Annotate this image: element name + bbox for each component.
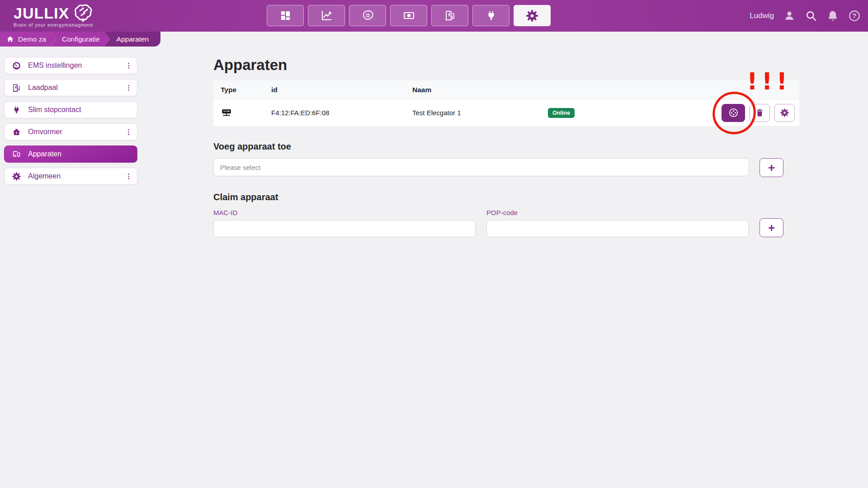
app-header: JULLIX Brain of your energymanagment <box>0 0 868 32</box>
dashboard-grid-icon <box>279 9 292 22</box>
brain-icon <box>362 9 374 22</box>
brand-logo: JULLIX Brain of your energymanagment <box>14 3 94 28</box>
kebab-menu-icon[interactable] <box>125 84 132 92</box>
notifications-bell-icon[interactable] <box>826 9 839 22</box>
kebab-menu-icon[interactable] <box>125 128 132 136</box>
gear-icon <box>12 172 21 181</box>
kebab-menu-icon[interactable] <box>125 173 132 180</box>
nav-finance-button[interactable] <box>390 5 427 26</box>
sidebar-item-label: Slim stopcontact <box>28 106 132 114</box>
table-row: F4:12:FA:ED:6F:08 Test Elecgator 1 Onlin… <box>213 99 799 127</box>
breadcrumb-label: Apparaten <box>117 35 149 43</box>
claim-device-heading: Claim apparaat <box>213 192 799 202</box>
ev-charger-icon <box>444 9 456 22</box>
nav-dashboard-button[interactable] <box>267 5 304 26</box>
sidebar-item-algemeen[interactable]: Algemeen <box>4 168 137 185</box>
table-header-row: Type id Naam <box>213 80 799 99</box>
sidebar-item-label: EMS instellingen <box>28 61 125 70</box>
gear-icon <box>525 9 539 23</box>
breadcrumb-item-demo-za[interactable]: Demo za <box>0 32 56 47</box>
breadcrumb-item-apparaten[interactable]: Apparaten <box>104 32 161 47</box>
line-chart-icon <box>321 9 333 22</box>
nav-ev-charger-button[interactable] <box>431 5 468 26</box>
nav-analytics-button[interactable] <box>308 5 345 26</box>
ev-charger-icon <box>12 83 21 93</box>
page-title: Apparaten <box>213 56 799 74</box>
move-arrows-icon <box>728 107 739 118</box>
trash-icon <box>755 108 764 117</box>
status-badge: Online <box>548 108 575 118</box>
brand-name: JULLIX <box>14 5 69 22</box>
plus-icon: + <box>768 222 775 234</box>
column-header-id: id <box>271 86 412 94</box>
user-icon[interactable] <box>783 9 796 22</box>
nav-brain-button[interactable] <box>349 5 386 26</box>
add-device-row: + <box>213 158 799 177</box>
devices-table: Type id Naam F4:12:FA:ED:6F:08 Test Elec… <box>213 80 799 127</box>
kebab-menu-icon[interactable] <box>125 62 132 70</box>
brand-tagline: Brain of your energymanagment <box>14 22 94 28</box>
device-settings-button[interactable] <box>774 104 795 122</box>
top-navigation <box>267 5 551 26</box>
column-header-naam: Naam <box>412 86 548 94</box>
row-actions <box>684 104 799 122</box>
device-type-select[interactable] <box>213 158 749 176</box>
sidebar-item-label: Omvormer <box>28 128 125 136</box>
gear-icon <box>780 108 789 117</box>
add-device-button[interactable]: + <box>760 158 783 177</box>
banknote-icon <box>403 9 415 22</box>
pop-code-label: POP-code <box>486 209 749 216</box>
mac-id-field[interactable] <box>213 220 476 237</box>
user-cluster: Ludwig ? <box>750 0 861 32</box>
sidebar-item-apparaten[interactable]: Apparaten <box>4 145 137 163</box>
claim-device-row: MAC-ID POP-code + <box>213 209 799 237</box>
brain-logo-icon <box>71 3 94 23</box>
search-icon[interactable] <box>805 9 817 22</box>
device-id: F4:12:FA:ED:6F:08 <box>271 109 412 117</box>
pop-code-field[interactable] <box>486 220 749 237</box>
sidebar-item-label: Apparaten <box>28 150 132 158</box>
breadcrumb: Demo za Configuratie Apparaten <box>0 32 160 47</box>
device-name: Test Elecgator 1 <box>412 109 548 117</box>
sidebar-item-ems-instellingen[interactable]: EMS instellingen <box>4 57 137 74</box>
mac-id-label: MAC-ID <box>213 209 476 216</box>
home-icon <box>6 35 14 43</box>
sidebar: EMS instellingen Laadpaal Slim stopconta… <box>4 57 137 190</box>
delete-device-button[interactable] <box>750 104 770 122</box>
sidebar-item-laadpaal[interactable]: Laadpaal <box>4 79 137 96</box>
modem-device-icon <box>221 106 232 118</box>
gauge-icon <box>12 61 21 70</box>
nav-settings-button[interactable] <box>514 5 551 26</box>
breadcrumb-label: Configuratie <box>62 35 100 43</box>
plug-icon <box>485 9 497 22</box>
help-glyph: ? <box>852 12 856 19</box>
sidebar-item-label: Algemeen <box>28 172 125 180</box>
house-lightning-icon <box>12 127 21 137</box>
add-device-heading: Voeg apparaat toe <box>213 141 799 152</box>
username: Ludwig <box>750 11 774 20</box>
plus-icon: + <box>768 162 775 174</box>
plug-icon <box>12 105 21 115</box>
move-device-button[interactable] <box>722 104 745 122</box>
help-icon[interactable]: ? <box>848 9 861 22</box>
devices-icon <box>12 150 21 159</box>
sidebar-item-slim-stopcontact[interactable]: Slim stopcontact <box>4 101 137 118</box>
sidebar-item-label: Laadpaal <box>28 84 125 92</box>
claim-device-button[interactable]: + <box>760 218 783 237</box>
nav-smart-plug-button[interactable] <box>472 5 509 26</box>
column-header-type: Type <box>213 86 271 94</box>
breadcrumb-item-configuratie[interactable]: Configuratie <box>50 32 110 47</box>
main-content: Apparaten Type id Naam F4:12:FA:ED:6F:08 <box>213 56 799 237</box>
breadcrumb-label: Demo za <box>18 35 46 43</box>
sidebar-item-omvormer[interactable]: Omvormer <box>4 123 137 141</box>
